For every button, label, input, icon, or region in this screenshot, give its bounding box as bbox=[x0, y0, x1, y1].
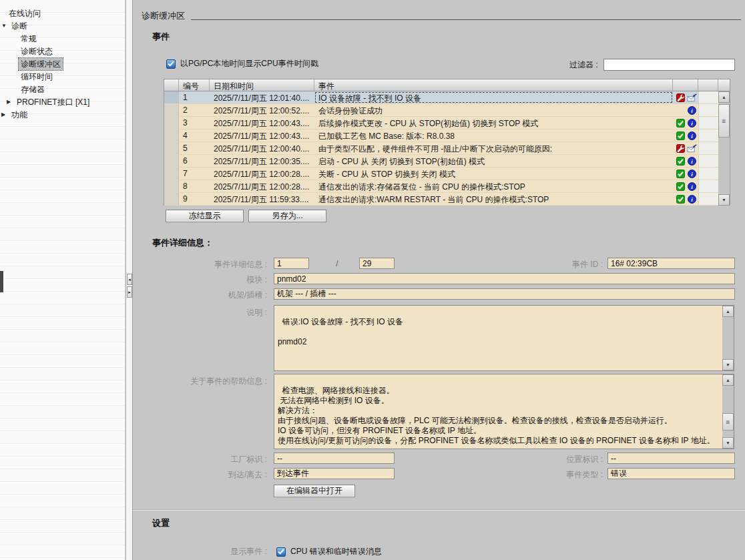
scroll-up-button[interactable]: ▲ bbox=[718, 91, 730, 103]
collapse-left-button[interactable]: ◄ bbox=[127, 274, 132, 285]
left-edge-handle[interactable] bbox=[0, 271, 3, 292]
incoming-outgoing-field[interactable] bbox=[274, 468, 395, 479]
page-title: 诊断缓冲区 bbox=[142, 10, 185, 22]
row-selector-cell[interactable] bbox=[164, 129, 179, 142]
scrollbar-thumb[interactable]: ≡ bbox=[718, 104, 730, 137]
row-event-cell: 关断 - CPU 从 STOP 切换到 关闭 模式 bbox=[314, 168, 673, 180]
tree-item[interactable]: ▼ 诊断 bbox=[0, 19, 125, 32]
tree-item[interactable]: ▶ 功能 bbox=[0, 108, 125, 121]
cpu-errors-checkbox[interactable] bbox=[276, 547, 286, 557]
row-status-icons: i bbox=[673, 155, 698, 167]
event-row[interactable]: 4 2025/7/11/周五 12:00:43.... 已加载工艺包 MC Ba… bbox=[164, 129, 718, 142]
event-count-field[interactable] bbox=[359, 258, 395, 269]
row-number-cell: 9 bbox=[179, 193, 210, 205]
row-status-icons: i bbox=[673, 168, 698, 180]
row-datetime-cell: 2025/7/11/周五 12:00:43.... bbox=[210, 129, 314, 142]
event-row[interactable]: 2 2025/7/11/周五 12:00:52.... 会话身份验证成功 i bbox=[164, 104, 718, 117]
tree-expand-icon[interactable]: ▼ bbox=[1, 20, 9, 32]
info-icon: i bbox=[687, 182, 697, 191]
row-extra-cell bbox=[698, 117, 718, 129]
header-number-column[interactable]: 编号 bbox=[179, 79, 210, 91]
tree-item-label: 循环时间 bbox=[19, 71, 55, 83]
event-row[interactable]: 9 2025/7/11/周五 11:59:33.... 通信发出的请求:WARM… bbox=[164, 193, 718, 206]
row-number-cell: 3 bbox=[179, 117, 210, 129]
event-row[interactable]: 7 2025/7/11/周五 12:00:28.... 关断 - CPU 从 S… bbox=[164, 168, 718, 180]
timestamp-checkbox-row: 以PG/PC本地时间显示CPU事件时间戳 bbox=[166, 58, 318, 69]
collapse-right-button[interactable]: ► bbox=[127, 286, 132, 298]
description-scrollbar[interactable]: ▲ ▼ bbox=[722, 306, 734, 370]
event-row[interactable]: 3 2025/7/11/周五 12:00:43.... 后续操作模式更改 - C… bbox=[164, 117, 718, 129]
row-event-cell: 后续操作模式更改 - CPU 从 STOP(初始值) 切换到 STOP 模式 bbox=[314, 117, 673, 129]
timestamp-checkbox[interactable] bbox=[166, 59, 176, 69]
check-icon bbox=[676, 131, 686, 140]
row-selector-cell[interactable] bbox=[164, 155, 179, 167]
tree-expand-icon[interactable]: ▶ bbox=[1, 109, 9, 121]
sidebar-splitter[interactable]: ◄ ► bbox=[126, 0, 133, 560]
location-id-field[interactable] bbox=[607, 453, 735, 464]
row-datetime-cell: 2025/7/11/周五 12:00:43.... bbox=[210, 117, 314, 129]
row-selector-cell[interactable] bbox=[164, 142, 179, 154]
tree-item[interactable]: 在线访问 bbox=[0, 7, 125, 19]
event-index-field[interactable] bbox=[274, 258, 309, 269]
page-title-row: 诊断缓冲区 bbox=[142, 10, 741, 22]
filter-input[interactable] bbox=[603, 59, 735, 71]
row-status-icons: i bbox=[673, 117, 698, 129]
event-id-field[interactable] bbox=[607, 258, 735, 269]
event-row[interactable]: 8 2025/7/11/周五 12:00:28.... 通信发出的请求:存储器复… bbox=[164, 180, 718, 193]
row-datetime-cell: 2025/7/11/周五 12:00:28.... bbox=[210, 180, 314, 192]
help-scrollbar[interactable]: ▲ ≡ ▼ bbox=[722, 374, 734, 449]
plant-id-field[interactable] bbox=[274, 453, 395, 464]
event-row[interactable]: 6 2025/7/11/周五 12:00:35.... 启动 - CPU 从 关… bbox=[164, 155, 718, 168]
title-rule bbox=[191, 19, 741, 20]
events-heading: 事件 bbox=[152, 31, 170, 43]
empty-icon bbox=[676, 106, 686, 115]
row-selector-cell[interactable] bbox=[164, 104, 179, 116]
row-selector-cell[interactable] bbox=[164, 193, 179, 205]
index-separator: / bbox=[332, 259, 342, 268]
scrollbar-thumb[interactable]: ≡ bbox=[722, 413, 734, 431]
table-scrollbar[interactable]: ▲ ≡ ▼ bbox=[718, 91, 730, 206]
event-type-field[interactable] bbox=[607, 468, 735, 479]
row-selector-cell[interactable] bbox=[164, 117, 179, 129]
tree-item[interactable]: 存储器 bbox=[0, 83, 125, 95]
row-number-cell: 7 bbox=[179, 168, 210, 180]
row-datetime-cell: 2025/7/11/周五 12:00:28.... bbox=[210, 168, 314, 180]
row-extra-cell bbox=[698, 155, 718, 167]
scroll-up-button[interactable]: ▲ bbox=[722, 374, 734, 386]
save-as-button[interactable]: 另存为... bbox=[248, 210, 326, 222]
rack-slot-label: 机架/插槽 : bbox=[137, 290, 267, 301]
mail-in-icon bbox=[687, 144, 697, 153]
rack-slot-field[interactable] bbox=[274, 288, 735, 300]
plant-id-label: 工厂标识 : bbox=[137, 454, 267, 465]
scroll-down-button[interactable]: ▼ bbox=[718, 194, 730, 206]
freeze-display-button[interactable]: 冻结显示 bbox=[166, 210, 244, 222]
scroll-down-button[interactable]: ▼ bbox=[722, 437, 734, 449]
tree-expand-icon[interactable]: ▶ bbox=[7, 96, 15, 108]
module-field[interactable] bbox=[274, 273, 735, 284]
help-info-text: 检查电源、网络接线和连接器。 无法在网络中检测到 IO 设备。 解决方法： 由于… bbox=[278, 386, 715, 445]
row-selector-cell[interactable] bbox=[164, 168, 179, 180]
header-event-column[interactable]: 事件 bbox=[314, 79, 673, 91]
tree-item-label: 诊断状态 bbox=[19, 45, 55, 57]
scroll-up-button[interactable]: ▲ bbox=[722, 306, 734, 317]
open-in-editor-button[interactable]: 在编辑器中打开 bbox=[274, 485, 355, 497]
row-extra-cell bbox=[698, 180, 718, 192]
tree-item[interactable]: 诊断缓冲区 bbox=[0, 57, 125, 70]
header-datetime-column[interactable]: 日期和时间 bbox=[210, 79, 314, 91]
check-icon bbox=[676, 157, 686, 166]
header-selector-column[interactable] bbox=[164, 79, 179, 91]
row-event-cell: 由于类型不匹配，硬件组件不可用 -阻止/中断下次启动的可能原因: bbox=[314, 142, 673, 154]
event-row[interactable]: 1 2025/7/11/周五 12:01:40.... IO 设备故障 - 找不… bbox=[164, 91, 718, 104]
row-extra-cell bbox=[698, 91, 718, 103]
tree-item[interactable]: ▶ PROFINET接口 [X1] bbox=[0, 95, 125, 108]
row-selector-cell[interactable] bbox=[164, 180, 179, 192]
tree-item[interactable]: 诊断状态 bbox=[0, 45, 125, 57]
tree-item[interactable]: 循环时间 bbox=[0, 70, 125, 83]
scroll-down-button[interactable]: ▼ bbox=[722, 359, 734, 370]
tree-item-label: 功能 bbox=[9, 109, 29, 121]
row-selector-cell[interactable] bbox=[164, 91, 179, 103]
header-extra-column bbox=[698, 79, 718, 91]
event-row[interactable]: 5 2025/7/11/周五 12:00:40.... 由于类型不匹配，硬件组件… bbox=[164, 142, 718, 155]
check-icon bbox=[676, 170, 686, 178]
tree-item[interactable]: 常规 bbox=[0, 32, 125, 45]
